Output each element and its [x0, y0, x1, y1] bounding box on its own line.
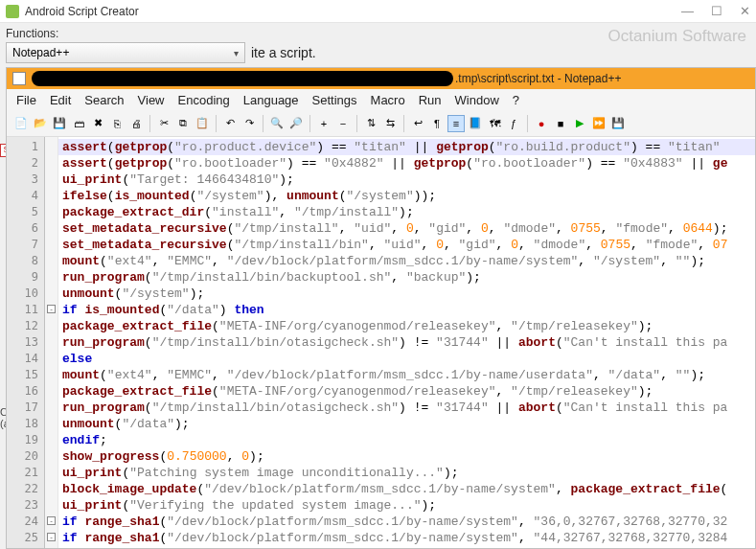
close-button[interactable]: ✕: [740, 4, 750, 18]
zoom-in-icon[interactable]: +: [315, 115, 332, 132]
new-file-icon[interactable]: 📄: [12, 115, 30, 132]
stop-icon[interactable]: ■: [552, 115, 569, 132]
code-line[interactable]: endif;: [58, 432, 755, 448]
redacted-path: [32, 71, 453, 86]
functions-select[interactable]: Notepad++: [6, 42, 245, 63]
menu-help[interactable]: ?: [513, 93, 519, 107]
code-editor[interactable]: 1234567891011121314151617181920212223242…: [7, 137, 755, 548]
functions-select-value: Notepad++: [12, 46, 69, 59]
indent-guide-icon[interactable]: ≡: [447, 115, 465, 132]
menu-search[interactable]: Search: [84, 93, 124, 107]
fold-toggle[interactable]: -: [47, 533, 56, 541]
code-line[interactable]: package_extract_file("META-INF/org/cyano…: [58, 383, 755, 400]
menu-run[interactable]: Run: [419, 93, 442, 107]
menu-macro[interactable]: Macro: [371, 93, 405, 107]
code-line[interactable]: assert(getprop("ro.product.device") == "…: [58, 139, 755, 155]
doc-map-icon[interactable]: 🗺: [486, 115, 503, 132]
save-all-icon[interactable]: 🗃: [70, 115, 87, 132]
code-line[interactable]: run_program("/tmp/install/bin/backuptool…: [58, 269, 755, 286]
menu-settings[interactable]: Settings: [312, 93, 357, 107]
cut-icon[interactable]: ✂: [155, 115, 172, 132]
fold-gutter[interactable]: ---: [45, 137, 58, 548]
find-icon[interactable]: 🔍: [268, 115, 286, 132]
menu-file[interactable]: File: [16, 93, 36, 107]
code-line[interactable]: package_extract_dir("install", "/tmp/ins…: [58, 204, 755, 220]
undo-icon[interactable]: ↶: [221, 115, 239, 132]
replace-icon[interactable]: 🔎: [287, 115, 305, 132]
app-title: Android Script Creator: [25, 5, 681, 18]
wrap-icon[interactable]: ↩: [409, 115, 426, 132]
save-icon[interactable]: 💾: [51, 115, 68, 132]
code-line[interactable]: ui_print("Verifying the updated system i…: [58, 497, 755, 514]
fold-toggle[interactable]: -: [47, 305, 56, 313]
notepadpp-window: .tmp\script\script.txt - Notepad++ FileE…: [6, 67, 756, 549]
code-line[interactable]: show_progress(0.750000, 0);: [58, 448, 755, 465]
sync-h-icon[interactable]: ⇆: [381, 115, 399, 132]
code-line[interactable]: if is_mounted("/data") then: [58, 302, 755, 318]
play-icon[interactable]: ▶: [571, 115, 588, 132]
fold-toggle[interactable]: -: [47, 516, 56, 525]
document-icon: [12, 72, 26, 85]
code-line[interactable]: set_metadata_recursive("/tmp/install/bin…: [58, 237, 755, 253]
redo-icon[interactable]: ↷: [241, 115, 258, 132]
paste-icon[interactable]: 📋: [194, 115, 211, 132]
code-line[interactable]: set_metadata_recursive("/tmp/install", "…: [58, 220, 755, 237]
code-line[interactable]: run_program("/tmp/install/bin/otasigchec…: [58, 400, 755, 416]
menu-language[interactable]: Language: [243, 93, 299, 107]
code-line[interactable]: block_image_update("/dev/block/platform/…: [58, 481, 755, 497]
app-icon: [6, 5, 19, 18]
show-all-chars-icon[interactable]: ¶: [428, 115, 446, 132]
sync-v-icon[interactable]: ⇅: [362, 115, 379, 132]
code-line[interactable]: mount("ext4", "EMMC", "/dev/block/platfo…: [58, 367, 755, 383]
zoom-out-icon[interactable]: −: [334, 115, 352, 132]
open-file-icon[interactable]: 📂: [32, 115, 49, 132]
code-line[interactable]: if range_sha1("/dev/block/platform/msm_s…: [58, 530, 755, 546]
func-list-icon[interactable]: ƒ: [505, 115, 522, 132]
code-line[interactable]: ifelse(is_mounted("/system"), unmount("/…: [58, 188, 755, 204]
code-line[interactable]: package_extract_file("META-INF/org/cyano…: [58, 318, 755, 334]
menu-encoding[interactable]: Encoding: [178, 93, 230, 107]
code-line[interactable]: else: [58, 351, 755, 367]
code-area[interactable]: assert(getprop("ro.product.device") == "…: [58, 137, 755, 548]
user-lang-icon[interactable]: 📘: [467, 115, 484, 132]
app-titlebar: Android Script Creator — ☐ ✕: [0, 0, 756, 23]
record-icon[interactable]: ●: [533, 115, 550, 132]
code-line[interactable]: assert(getprop("ro.bootloader") == "0x48…: [58, 155, 755, 172]
close-file-icon[interactable]: ✖: [89, 115, 106, 132]
copy-icon[interactable]: ⧉: [174, 115, 192, 132]
brand-watermark: Octanium Software: [607, 27, 746, 46]
code-line[interactable]: if range_sha1("/dev/block/platform/msm_s…: [58, 514, 755, 530]
code-line[interactable]: ui_print("Patching system image uncondit…: [58, 465, 755, 481]
script-hint-text: ite a script.: [251, 45, 316, 60]
print-icon[interactable]: 🖨: [127, 115, 145, 132]
code-line[interactable]: unmount("/system");: [58, 286, 755, 302]
notepadpp-toolbar: 📄 📂 💾 🗃 ✖ ⎘ 🖨 ✂ ⧉ 📋 ↶ ↷ 🔍 🔎 + − ⇅ ⇆ ↩ ¶ …: [7, 110, 755, 137]
code-line[interactable]: run_program("/tmp/install/bin/otasigchec…: [58, 334, 755, 351]
notepadpp-menubar: FileEditSearchViewEncodingLanguageSettin…: [7, 89, 755, 110]
close-all-icon[interactable]: ⎘: [108, 115, 126, 132]
menu-window[interactable]: Window: [455, 93, 499, 107]
notepadpp-title-text: .tmp\script\script.txt - Notepad++: [455, 72, 621, 85]
menu-edit[interactable]: Edit: [50, 93, 71, 107]
code-line[interactable]: mount("ext4", "EMMC", "/dev/block/platfo…: [58, 253, 755, 269]
code-line[interactable]: ui_print("Target: 1466434810");: [58, 172, 755, 188]
minimize-button[interactable]: —: [681, 4, 694, 18]
save-macro-icon[interactable]: 💾: [609, 115, 627, 132]
notepadpp-titlebar[interactable]: .tmp\script\script.txt - Notepad++: [7, 68, 755, 89]
maximize-button[interactable]: ☐: [711, 4, 722, 18]
line-number-gutter: 1234567891011121314151617181920212223242…: [7, 137, 45, 548]
play-multi-icon[interactable]: ⏩: [590, 115, 607, 132]
code-line[interactable]: unmount("/data");: [58, 416, 755, 432]
menu-view[interactable]: View: [138, 93, 165, 107]
